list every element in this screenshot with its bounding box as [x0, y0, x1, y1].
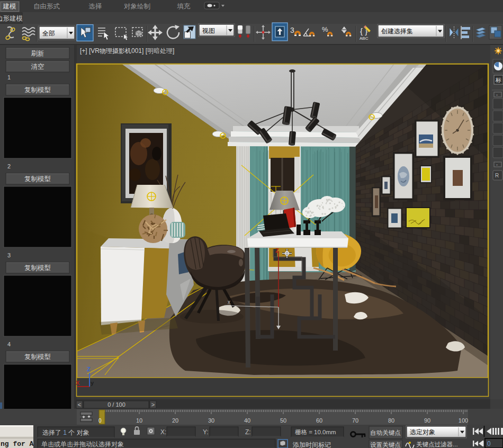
svg-text:建模: 建模	[3, 3, 16, 10]
svg-text:边形建模: 边形建模	[0, 15, 23, 22]
svg-text:栅格 = 10.0mm: 栅格 = 10.0mm	[295, 429, 336, 435]
svg-text:设置关键点: 设置关键点	[370, 442, 401, 448]
svg-text:50: 50	[280, 417, 286, 424]
svg-text:3: 3	[7, 252, 11, 258]
svg-text:90: 90	[424, 417, 430, 424]
svg-text:选定对象: 选定对象	[410, 428, 435, 436]
svg-text:ABC: ABC	[360, 36, 369, 41]
svg-text:40: 40	[244, 417, 250, 424]
svg-text:4: 4	[7, 341, 11, 347]
svg-text:10: 10	[136, 417, 142, 424]
svg-text:关键点过滤器...: 关键点过滤器...	[416, 441, 458, 447]
svg-text:复制模型: 复制模型	[24, 264, 51, 272]
svg-text:2: 2	[7, 163, 11, 169]
svg-text:R: R	[495, 173, 499, 178]
svg-text:复制模型: 复制模型	[24, 175, 51, 183]
svg-text:清空: 清空	[31, 63, 44, 70]
svg-text:Y:: Y:	[203, 428, 209, 436]
svg-text:创建选择集: 创建选择集	[381, 28, 413, 35]
svg-text:3: 3	[290, 26, 294, 34]
svg-text:1: 1	[7, 74, 11, 80]
svg-text:<: <	[78, 401, 81, 408]
svg-text:自动关键点: 自动关键点	[370, 429, 401, 436]
svg-text:0: 0	[487, 440, 491, 447]
svg-text:y: y	[91, 380, 94, 386]
svg-text:Z: Z	[87, 366, 91, 372]
svg-text:X:: X:	[160, 428, 166, 436]
svg-text:Z:: Z:	[245, 428, 251, 436]
svg-text:0 / 100: 0 / 100	[107, 401, 125, 408]
svg-text:选择了 1 个 对象: 选择了 1 个 对象	[42, 429, 89, 436]
svg-text:-: -	[496, 162, 498, 167]
svg-text:刷新: 刷新	[31, 50, 44, 57]
svg-text:X: X	[76, 380, 80, 386]
svg-text:100: 100	[459, 417, 468, 424]
svg-text:x: x	[228, 299, 230, 305]
svg-text:30: 30	[208, 417, 214, 424]
svg-text:添加时间标记: 添加时间标记	[293, 441, 331, 448]
svg-text:>: >	[151, 401, 155, 408]
svg-text:0: 0	[98, 418, 102, 424]
svg-text:自由形式: 自由形式	[33, 3, 60, 10]
svg-text:视图: 视图	[202, 27, 215, 34]
svg-text:复制模型: 复制模型	[24, 353, 51, 361]
svg-text:全部: 全部	[42, 30, 55, 37]
svg-text:选择: 选择	[89, 3, 102, 10]
svg-text:60: 60	[316, 417, 322, 424]
svg-text:80: 80	[388, 417, 394, 424]
svg-text:标: 标	[495, 77, 501, 83]
svg-text:-: -	[496, 92, 498, 97]
svg-text:%: %	[322, 25, 328, 33]
svg-text:单击或单击并拖动以选择对象: 单击或单击并拖动以选择对象	[41, 441, 124, 448]
svg-text:20: 20	[172, 417, 178, 424]
svg-text:复制模型: 复制模型	[24, 86, 51, 94]
svg-text:填充: 填充	[177, 3, 191, 10]
svg-text:70: 70	[352, 417, 358, 424]
svg-text:[+] [VR物理摄影机001] [明暗处理]: [+] [VR物理摄影机001] [明暗处理]	[80, 47, 174, 55]
svg-text:对象绘制: 对象绘制	[124, 3, 150, 10]
svg-text:Z: Z	[275, 247, 279, 254]
